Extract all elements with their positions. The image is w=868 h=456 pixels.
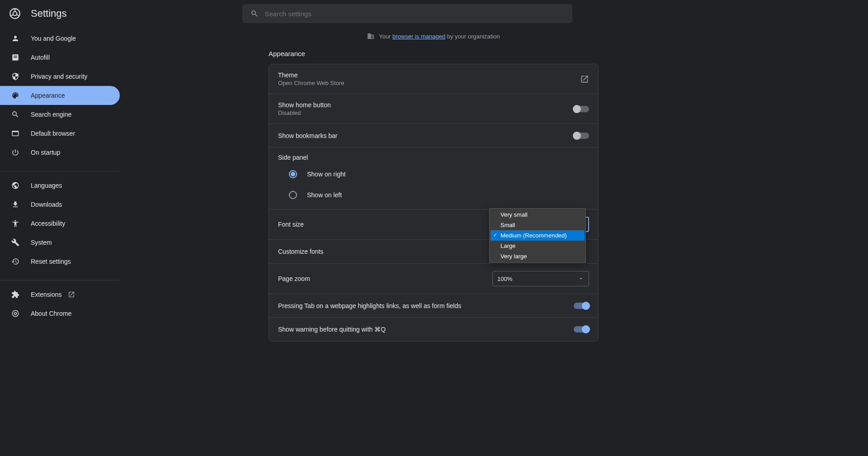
sidebar-item-reset[interactable]: Reset settings — [0, 252, 120, 271]
row-title: Theme — [278, 71, 344, 79]
external-link-icon — [68, 291, 75, 298]
quit-warning-toggle[interactable] — [574, 326, 589, 332]
page-zoom-select[interactable]: 100% — [492, 271, 589, 286]
row-subtitle: Disabled — [278, 109, 331, 116]
dropdown-option[interactable]: Very small — [491, 209, 585, 220]
wrench-icon — [11, 238, 20, 247]
sidebar-item-label: Reset settings — [31, 258, 71, 265]
radio-show-right[interactable]: Show on right — [278, 164, 589, 185]
main-content: Your browser is managed by your organiza… — [269, 27, 599, 342]
dropdown-option[interactable]: Large — [491, 241, 585, 251]
radio-show-left[interactable]: Show on left — [278, 185, 589, 205]
quit-warning-row: Show warning before quitting with ⌘Q — [269, 318, 598, 341]
download-icon — [11, 200, 20, 209]
sidebar-item-downloads[interactable]: Downloads — [0, 195, 120, 214]
bookmarks-toggle[interactable] — [574, 133, 589, 139]
page-title: Settings — [31, 8, 67, 19]
globe-icon — [11, 181, 20, 190]
banner-text: Your browser is managed by your organiza… — [379, 33, 500, 40]
section-title: Appearance — [269, 50, 599, 57]
row-title: Page zoom — [278, 275, 310, 282]
side-panel-group: Show on right Show on left — [269, 164, 598, 209]
home-toggle[interactable] — [574, 106, 589, 112]
search-box[interactable] — [242, 4, 572, 23]
person-icon — [11, 34, 20, 43]
sidebar-item-system[interactable]: System — [0, 233, 120, 252]
dropdown-option[interactable]: Small — [491, 220, 585, 230]
autofill-icon — [11, 53, 20, 62]
sidebar-item-label: Search engine — [31, 111, 71, 118]
sidebar-item-label: Appearance — [31, 92, 65, 99]
search-input[interactable] — [265, 10, 564, 18]
sidebar-item-appearance[interactable]: Appearance — [0, 86, 120, 105]
building-icon — [367, 33, 374, 40]
sidebar-item-extensions[interactable]: Extensions — [0, 285, 120, 304]
row-title: Show bookmarks bar — [278, 132, 338, 139]
side-panel-title: Side panel — [269, 147, 598, 164]
divider — [0, 280, 120, 280]
power-icon — [11, 148, 20, 157]
sidebar-item-label: Default browser — [31, 130, 75, 137]
sidebar-item-about[interactable]: About Chrome — [0, 304, 120, 323]
sidebar-item-label: Accessibility — [31, 220, 65, 227]
sidebar-item-label: About Chrome — [31, 310, 71, 317]
sidebar-item-label: Privacy and security — [31, 73, 87, 80]
sidebar-item-label: Languages — [31, 182, 62, 189]
tab-highlight-row: Pressing Tab on a webpage highlights lin… — [269, 294, 598, 318]
dropdown-option[interactable]: Medium (Recommended) — [491, 230, 585, 241]
radio-label: Show on right — [307, 171, 346, 178]
chrome-icon — [9, 8, 21, 19]
sidebar-item-privacy[interactable]: Privacy and security — [0, 67, 120, 86]
radio-icon — [289, 191, 297, 199]
theme-row[interactable]: Theme Open Chrome Web Store — [269, 64, 598, 94]
svg-point-1 — [13, 12, 17, 16]
chevron-down-icon — [578, 276, 584, 282]
sidebar: You and Google Autofill Privacy and secu… — [0, 27, 120, 328]
sidebar-item-label: System — [31, 239, 52, 246]
sidebar-item-label: Autofill — [31, 54, 50, 61]
sidebar-item-search-engine[interactable]: Search engine — [0, 105, 120, 124]
sidebar-item-you-and-google[interactable]: You and Google — [0, 29, 120, 48]
managed-link[interactable]: browser is managed — [392, 33, 445, 40]
row-title: Customize fonts — [278, 248, 323, 255]
sidebar-item-label: You and Google — [31, 35, 76, 42]
row-title: Pressing Tab on a webpage highlights lin… — [278, 302, 461, 309]
sidebar-item-languages[interactable]: Languages — [0, 176, 120, 195]
font-size-dropdown: Very small Small Medium (Recommended) La… — [489, 208, 586, 263]
home-button-row: Show home button Disabled — [269, 94, 598, 124]
shield-icon — [11, 72, 20, 81]
header: Settings — [0, 0, 868, 27]
restore-icon — [11, 257, 20, 266]
page-zoom-row: Page zoom 100% — [269, 264, 598, 294]
extension-icon — [11, 290, 20, 299]
row-title: Font size — [278, 221, 304, 228]
open-icon — [580, 75, 589, 84]
chrome-small-icon — [11, 309, 20, 318]
svg-point-2 — [12, 310, 19, 317]
browser-icon — [11, 129, 20, 138]
accessibility-icon — [11, 219, 20, 228]
row-subtitle: Open Chrome Web Store — [278, 80, 344, 86]
sidebar-item-label: On startup — [31, 149, 60, 156]
bookmarks-row: Show bookmarks bar — [269, 124, 598, 147]
radio-label: Show on left — [307, 191, 342, 199]
sidebar-item-autofill[interactable]: Autofill — [0, 48, 120, 67]
tab-highlight-toggle[interactable] — [574, 303, 589, 309]
divider — [0, 171, 120, 171]
settings-card: Theme Open Chrome Web Store Show home bu… — [269, 64, 599, 342]
palette-icon — [11, 91, 20, 100]
search-icon — [250, 10, 259, 18]
row-title: Show home button — [278, 101, 331, 109]
search-icon — [11, 110, 20, 119]
radio-icon — [289, 170, 297, 178]
sidebar-item-label: Downloads — [31, 201, 62, 208]
dropdown-option[interactable]: Very large — [491, 251, 585, 261]
sidebar-item-default-browser[interactable]: Default browser — [0, 124, 120, 143]
svg-point-3 — [14, 312, 16, 314]
sidebar-item-on-startup[interactable]: On startup — [0, 143, 120, 162]
sidebar-item-accessibility[interactable]: Accessibility — [0, 214, 120, 233]
row-title: Show warning before quitting with ⌘Q — [278, 326, 386, 333]
sidebar-item-label: Extensions — [31, 291, 61, 298]
managed-banner: Your browser is managed by your organiza… — [269, 27, 599, 45]
